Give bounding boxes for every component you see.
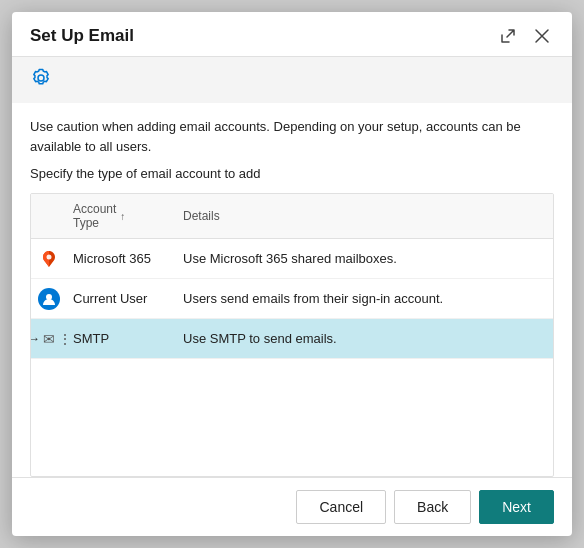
envelope-icon: ✉ [43, 331, 55, 347]
next-button[interactable]: Next [479, 490, 554, 524]
smtp-icon-cell: → ✉ ⋮ [31, 327, 67, 351]
table-header: AccountType ↑ Details [31, 194, 553, 239]
dialog-footer: Cancel Back Next [12, 477, 572, 536]
specify-text: Specify the type of email account to add [30, 166, 554, 181]
expand-button[interactable] [496, 26, 520, 46]
dialog-titlebar: Set Up Email [12, 12, 572, 57]
svg-point-1 [47, 254, 52, 259]
expand-icon [500, 28, 516, 44]
th-details-label: Details [183, 209, 220, 223]
ms365-icon-cell [31, 244, 67, 274]
back-button[interactable]: Back [394, 490, 471, 524]
smtp-name: SMTP [67, 327, 177, 350]
sort-ascending-icon: ↑ [120, 211, 125, 222]
cancel-button[interactable]: Cancel [296, 490, 386, 524]
table-row[interactable]: Current User Users send emails from thei… [31, 279, 553, 319]
caution-text: Use caution when adding email accounts. … [30, 117, 554, 156]
more-options-icon: ⋮ [58, 331, 71, 347]
gear-icon [30, 67, 52, 89]
gear-bar [12, 57, 572, 103]
dialog-title: Set Up Email [30, 26, 134, 46]
ms365-details: Use Microsoft 365 shared mailboxes. [177, 247, 553, 270]
dialog-body: Use caution when adding email accounts. … [12, 103, 572, 477]
ms365-icon [38, 248, 60, 270]
table-row[interactable]: → ✉ ⋮ SMTP Use SMTP to send emails. [31, 319, 553, 359]
arrow-right-icon: → [30, 331, 40, 346]
current-user-details: Users send emails from their sign-in acc… [177, 287, 553, 310]
ms365-name: Microsoft 365 [67, 247, 177, 270]
close-icon [534, 28, 550, 44]
smtp-details: Use SMTP to send emails. [177, 327, 553, 350]
th-account-type-label: AccountType [73, 202, 116, 230]
table-row[interactable]: Microsoft 365 Use Microsoft 365 shared m… [31, 239, 553, 279]
th-icon [31, 200, 67, 232]
setup-email-dialog: Set Up Email Use caution when adding ema… [12, 12, 572, 536]
table-body: Microsoft 365 Use Microsoft 365 shared m… [31, 239, 553, 359]
current-user-icon [38, 288, 60, 310]
th-account-type: AccountType ↑ [67, 200, 177, 232]
current-user-name: Current User [67, 287, 177, 310]
titlebar-actions [496, 26, 554, 46]
smtp-indicators: → ✉ ⋮ [30, 331, 71, 347]
account-type-table: AccountType ↑ Details [30, 193, 554, 477]
th-details: Details [177, 200, 553, 232]
close-button[interactable] [530, 26, 554, 46]
current-user-icon-cell [31, 284, 67, 314]
person-icon [42, 292, 56, 306]
